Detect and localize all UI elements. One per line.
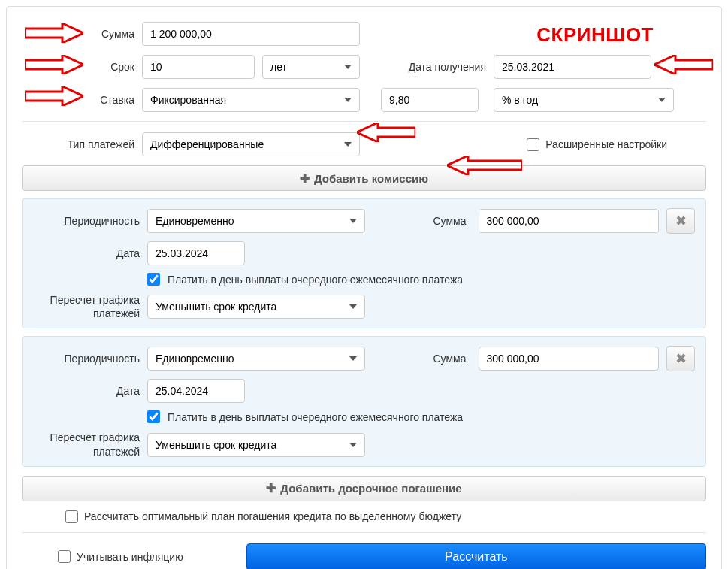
plus-icon: ✚ [300, 171, 310, 186]
term-unit-select[interactable]: лет [262, 55, 360, 79]
label-pay-on-schedule-1: Платить в день выплаты очередного ежемес… [168, 274, 463, 286]
label-payment-type: Тип платежей [22, 138, 134, 150]
optimal-plan-checkbox[interactable] [65, 510, 78, 523]
row-term: Срок лет Дата получения [22, 55, 706, 79]
label-term: Срок [22, 61, 134, 73]
add-prepayment-label: Добавить досрочное погашение [280, 482, 461, 495]
prepay-sum-input-2[interactable] [479, 347, 659, 371]
loan-form-panel: СКРИНШОТ Сумма Срок лет Дата получения С… [6, 6, 722, 569]
label-pay-on-schedule-2: Платить в день выплаты очередного ежемес… [168, 411, 463, 423]
row-calculate: Учитывать инфляцию Рассчитать [22, 543, 706, 569]
row-optimal-plan: Рассчитать оптимальный план погашения кр… [22, 510, 706, 523]
pay-on-schedule-checkbox-2[interactable] [147, 410, 160, 423]
rate-type-select[interactable]: Фиксированная [142, 88, 360, 112]
recalc-select-1[interactable]: Уменьшить срок кредита [147, 295, 365, 319]
advanced-settings-wrap: Расширенные настройки [527, 138, 667, 151]
label-rate: Ставка [22, 94, 134, 106]
prepay-date-input-2[interactable] [147, 379, 245, 403]
label-periodicity-1: Периодичность [27, 215, 140, 227]
term-input[interactable] [142, 55, 255, 79]
calculate-button[interactable]: Рассчитать [246, 543, 706, 569]
label-periodicity-2: Периодичность [27, 353, 140, 365]
recalc-select-2[interactable]: Уменьшить срок кредита [147, 433, 365, 457]
divider [22, 532, 706, 533]
inflation-checkbox[interactable] [58, 550, 71, 563]
label-inflation: Учитывать инфляцию [77, 551, 183, 563]
rate-value-input[interactable] [381, 88, 479, 112]
label-sum-2: Сумма [373, 353, 471, 365]
label-amount: Сумма [22, 28, 134, 40]
label-advanced: Расширенные настройки [545, 138, 667, 150]
label-date-1: Дата [27, 247, 140, 259]
label-receive-date: Дата получения [381, 61, 486, 73]
label-recalc-1: Пересчет графика платежей [27, 293, 140, 320]
periodicity-select-2[interactable]: Единовременно [147, 347, 365, 371]
pay-on-schedule-checkbox-1[interactable] [147, 273, 160, 286]
payment-type-select[interactable]: Дифференцированные [142, 132, 360, 156]
remove-prepayment-button-1[interactable]: ✖ [666, 208, 695, 234]
divider [22, 121, 706, 122]
label-optimal-plan: Рассчитать оптимальный план погашения кр… [84, 510, 461, 522]
prepay-sum-input-1[interactable] [479, 209, 659, 233]
row-rate: Ставка Фиксированная % в год [22, 88, 706, 112]
row-amount: Сумма [22, 22, 706, 46]
label-date-2: Дата [27, 385, 140, 397]
close-icon: ✖ [675, 350, 687, 367]
add-commission-label: Добавить комиссию [314, 172, 428, 185]
prepayment-block-1: Периодичность Единовременно Сумма ✖ Дата… [22, 198, 706, 328]
prepay-date-input-1[interactable] [147, 241, 245, 265]
row-payment-type: Тип платежей Дифференцированные Расширен… [22, 132, 706, 156]
receive-date-input[interactable] [494, 55, 651, 79]
label-sum-1: Сумма [373, 215, 471, 227]
rate-unit-select[interactable]: % в год [494, 88, 674, 112]
remove-prepayment-button-2[interactable]: ✖ [666, 346, 695, 371]
advanced-checkbox[interactable] [527, 138, 539, 151]
add-commission-button[interactable]: ✚ Добавить комиссию [22, 165, 706, 191]
add-prepayment-button[interactable]: ✚ Добавить досрочное погашение [22, 476, 706, 501]
close-icon: ✖ [675, 213, 687, 229]
prepayment-block-2: Периодичность Единовременно Сумма ✖ Дата… [22, 336, 706, 466]
periodicity-select-1[interactable]: Единовременно [147, 209, 365, 233]
label-recalc-2: Пересчет графика платежей [27, 431, 140, 458]
amount-input[interactable] [142, 22, 360, 46]
plus-icon: ✚ [266, 481, 276, 495]
